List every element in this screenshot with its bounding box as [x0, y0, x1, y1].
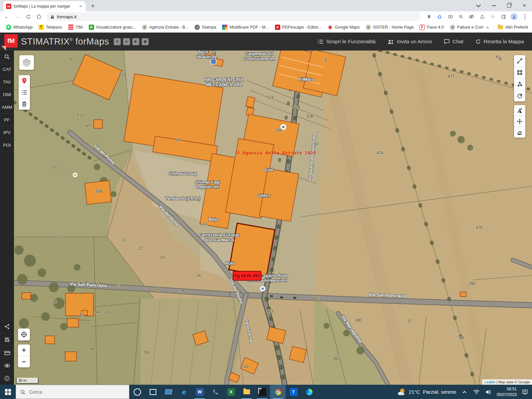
tray-volume-button[interactable]	[485, 388, 492, 396]
home-button[interactable]	[35, 12, 43, 21]
url-text: formaps.it	[57, 14, 76, 19]
pan-map-button[interactable]	[514, 116, 525, 127]
bookmark-agenzia-entrate[interactable]: Agenzia Entrate - B...	[140, 24, 191, 31]
zoom-out-button[interactable]	[18, 356, 30, 367]
sidebar-item-tav[interactable]: TAV	[0, 76, 14, 88]
website-globe-icon[interactable]: ⊕	[142, 38, 149, 45]
taskbar-search-input[interactable]	[29, 389, 113, 395]
task-view-button[interactable]	[145, 385, 161, 399]
action-center-button[interactable]	[521, 388, 529, 396]
bookmark-stampa[interactable]: Stampa	[193, 24, 218, 31]
sidebar-item-cat[interactable]: CAT	[0, 63, 14, 76]
back-button[interactable]: ←	[3, 12, 11, 21]
mail-app-button[interactable]	[254, 385, 270, 399]
open-folder-button[interactable]	[0, 346, 14, 359]
remote-desktop-button[interactable]	[161, 385, 176, 399]
chrome-button[interactable]	[270, 385, 286, 399]
taskbar-weather[interactable]: 21°C Parzial. sereno	[397, 388, 456, 396]
sidebar-item-ipv[interactable]: IPV	[0, 126, 14, 139]
menu-resetta-mappa[interactable]: Resetta la Mappa	[475, 39, 524, 45]
bookmark-whatsapp[interactable]: WhatsApp	[4, 24, 35, 31]
side-panel-icon[interactable]	[499, 12, 508, 21]
sidebar-search-button[interactable]	[0, 51, 14, 63]
sidebar-item-amm[interactable]: AMM	[0, 101, 14, 114]
bookmark-fatture[interactable]: Fatture e Corrispetti...	[448, 24, 483, 31]
youtube-icon[interactable]	[132, 38, 139, 45]
sidebar-item-omi[interactable]: OMI	[0, 88, 14, 101]
share-icon[interactable]	[477, 12, 487, 21]
forward-button[interactable]: →	[13, 12, 22, 21]
google-icon[interactable]: G	[435, 12, 444, 21]
tray-chevron-button[interactable]	[461, 388, 468, 396]
browser-tab[interactable]: fM forMaps | La mappa per navigar	[3, 1, 86, 11]
taskbar-search[interactable]	[16, 385, 129, 399]
location-icon[interactable]	[424, 12, 434, 21]
formaps-logo[interactable]: fM	[4, 34, 18, 48]
place-label: FilMaro	[299, 77, 314, 82]
bookmark-visualizzatore[interactable]: Visualizzatore gratu...	[87, 24, 138, 31]
bookmark-tim[interactable]: TIM	[66, 24, 85, 31]
install-icon[interactable]	[446, 12, 455, 21]
parcel-number: 350	[143, 350, 150, 355]
start-button[interactable]	[0, 385, 16, 399]
reload-button[interactable]	[24, 12, 33, 21]
measure-area-button[interactable]	[514, 67, 525, 78]
bookmark-star-icon[interactable]: ☆	[488, 12, 497, 21]
new-tab-button[interactable]	[88, 2, 97, 11]
erase-shapes-button[interactable]	[514, 127, 525, 138]
parcel-number: 24	[196, 273, 201, 278]
zoom-in-button[interactable]	[18, 344, 30, 356]
measure-distance-button[interactable]	[514, 55, 525, 67]
map-canvas[interactable]: 74 411 413 60 10 155 358 231 21 22 23 24…	[14, 51, 532, 385]
bookmark-sister[interactable]: SISTER - Home Page	[364, 24, 416, 31]
bookmark-google-maps[interactable]: Google Maps	[326, 24, 361, 31]
restore-button[interactable]	[501, 0, 517, 11]
share-map-button[interactable]	[0, 320, 14, 333]
close-tab-icon[interactable]	[78, 4, 83, 9]
teams-app-button[interactable]: T	[286, 385, 301, 399]
layers-button[interactable]	[19, 55, 34, 70]
other-bookmarks-button[interactable]: Altri Preferiti	[493, 25, 528, 30]
facebook-icon[interactable]: f	[114, 38, 121, 45]
close-window-button[interactable]	[517, 0, 532, 11]
address-bar[interactable]: formaps.it	[47, 12, 421, 21]
tab-search-icon[interactable]	[471, 0, 486, 11]
clear-markers-button[interactable]	[19, 98, 30, 110]
menu-chat[interactable]: Chat	[444, 39, 464, 45]
measure-polygon-button[interactable]	[514, 78, 525, 90]
bookmark-pdfescape[interactable]: PDFescape - Editor...	[273, 24, 324, 31]
info-button[interactable]	[0, 372, 14, 385]
tray-network-button[interactable]	[473, 388, 480, 396]
ed​ge-button[interactable]	[301, 385, 317, 399]
profile-avatar[interactable]	[509, 12, 519, 21]
excel-button[interactable]: X	[223, 385, 239, 399]
file-manager-button[interactable]	[239, 385, 254, 399]
minimize-button[interactable]	[486, 0, 501, 11]
internet-explorer-button[interactable]: e	[176, 385, 192, 399]
zoom-icon[interactable]	[456, 12, 466, 21]
menu-invita-amico[interactable]: Invita un Amico	[388, 39, 432, 45]
cortana-button[interactable]	[129, 385, 145, 399]
bookmark-fassi[interactable]: Fassi 4.0	[418, 24, 446, 31]
visibility-button[interactable]	[0, 359, 14, 372]
browser-menu-icon[interactable]	[520, 12, 529, 21]
results-list-button[interactable]	[19, 87, 30, 98]
taskbar-clock[interactable]: 08:51 05/07/2023	[497, 386, 517, 397]
word-button[interactable]: W	[192, 385, 207, 399]
sidebar-item-pf[interactable]: PF	[0, 114, 14, 126]
bookmark-modificare-pdf[interactable]: Modificare PDF - M...	[220, 24, 271, 31]
save-button[interactable]	[0, 333, 14, 346]
locate-button[interactable]	[18, 329, 30, 340]
bookmarks-overflow-button[interactable]: »	[483, 25, 491, 30]
measure-circle-button[interactable]	[514, 90, 525, 101]
marker-tool-button[interactable]	[19, 75, 30, 87]
menu-scopri-funzionalita[interactable]: Scopri le Funzionalità	[318, 39, 375, 45]
leaflet-link[interactable]: Leaflet	[484, 380, 495, 384]
eye-off-icon[interactable]	[467, 12, 476, 21]
parcel-number: 23	[160, 255, 165, 260]
linkedin-icon[interactable]: in	[123, 38, 130, 45]
sidebar-item-poi[interactable]: POI	[0, 139, 14, 152]
bookmark-telepass[interactable]: Telepass	[37, 24, 64, 31]
phone-app-button[interactable]	[207, 385, 223, 399]
cancel-draw-button[interactable]	[514, 105, 525, 116]
